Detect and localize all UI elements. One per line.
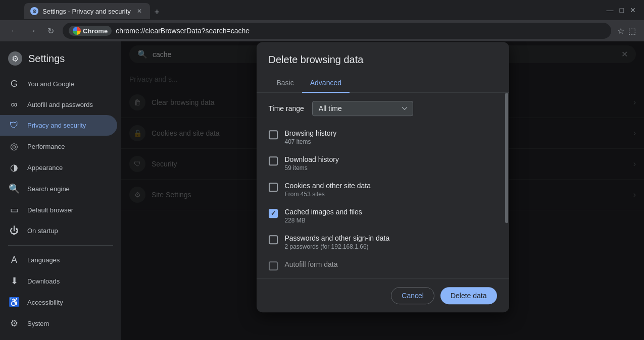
- close-button[interactable]: ✕: [630, 6, 636, 14]
- checkbox-wrapper-cookies[interactable]: [269, 183, 278, 192]
- sidebar-item-you-and-google[interactable]: G You and Google: [0, 74, 117, 94]
- reload-button[interactable]: ↻: [44, 26, 57, 36]
- sidebar-label-performance: Performance: [27, 143, 65, 150]
- settings-gear-icon: ⚙: [8, 51, 22, 66]
- address-bar-icons: ☆ ⬚: [617, 26, 636, 36]
- sidebar-label-search-engine: Search engine: [27, 185, 70, 193]
- checkbox-wrapper-autofill-form[interactable]: [269, 261, 278, 270]
- window-controls: — □ ✕: [607, 6, 640, 14]
- accessibility-icon: ♿: [8, 297, 20, 308]
- privacy-shield-icon: 🛡: [8, 120, 20, 131]
- content-area: 🔍 cache ✕ Privacy and s... 🗑 Clear brows…: [121, 41, 644, 340]
- time-range-select-wrapper[interactable]: Last hour Last 24 hours Last 7 days Last…: [312, 101, 413, 116]
- checkbox-autofill-form[interactable]: [269, 261, 278, 270]
- checkbox-item-browsing-history[interactable]: Browsing history 407 items: [269, 124, 497, 150]
- sidebar-item-privacy[interactable]: 🛡 Privacy and security: [0, 115, 117, 136]
- checkbox-item-cached-images[interactable]: Cached images and files 228 MB: [269, 203, 497, 229]
- url-text: chrome://clearBrowserData?search=cache: [116, 27, 250, 35]
- checkbox-download-history[interactable]: [269, 156, 278, 165]
- tab-close-button[interactable]: ✕: [135, 7, 144, 16]
- on-startup-icon: ⏻: [8, 225, 20, 236]
- sidebar-item-languages[interactable]: A Languages: [0, 250, 117, 270]
- checkbox-content-download-history: Download history 59 items: [285, 155, 497, 172]
- url-scheme: chrome://: [116, 27, 145, 35]
- checkbox-content-passwords: Passwords and other sign-in data 2 passw…: [285, 234, 497, 250]
- checkbox-wrapper-passwords[interactable]: [269, 235, 278, 244]
- bookmark-icon[interactable]: ☆: [617, 26, 624, 36]
- checkbox-item-passwords[interactable]: Passwords and other sign-in data 2 passw…: [269, 229, 497, 255]
- checkbox-item-download-history[interactable]: Download history 59 items: [269, 150, 497, 177]
- sidebar-item-accessibility[interactable]: ♿ Accessibility: [0, 292, 117, 313]
- main-layout: ⚙ Settings G You and Google ∞ Autofill a…: [0, 41, 644, 340]
- downloads-icon: ⬇: [8, 275, 20, 287]
- checkbox-wrapper-cached-images[interactable]: [269, 209, 278, 218]
- time-range-row: Time range Last hour Last 24 hours Last …: [269, 101, 497, 116]
- sidebar-item-appearance[interactable]: ◑ Appearance: [0, 157, 117, 178]
- dialog-body: Time range Last hour Last 24 hours Last …: [257, 93, 509, 278]
- dialog-scrollbar[interactable]: [505, 93, 508, 223]
- cached-images-label: Cached images and files: [285, 208, 497, 216]
- sidebar-item-downloads[interactable]: ⬇ Downloads: [0, 270, 117, 292]
- sidebar-item-system[interactable]: ⚙ System: [0, 313, 117, 334]
- sidebar-item-search-engine[interactable]: 🔍 Search engine: [0, 178, 117, 199]
- back-button[interactable]: ←: [8, 26, 20, 35]
- system-icon: ⚙: [8, 318, 20, 329]
- checkbox-item-cookies[interactable]: Cookies and other site data From 453 sit…: [269, 177, 497, 203]
- minimize-button[interactable]: —: [607, 6, 614, 14]
- checkbox-wrapper-download-history[interactable]: [269, 156, 278, 165]
- checkbox-content-cached-images: Cached images and files 228 MB: [285, 208, 497, 224]
- cancel-button[interactable]: Cancel: [391, 287, 434, 304]
- dialog-header: Delete browsing data: [257, 42, 509, 74]
- sidebar-item-on-startup[interactable]: ⏻ On startup: [0, 220, 117, 241]
- checkbox-cookies[interactable]: [269, 183, 278, 192]
- chrome-logo-icon: [73, 27, 81, 35]
- time-range-select[interactable]: Last hour Last 24 hours Last 7 days Last…: [312, 101, 413, 116]
- extension-icon[interactable]: ⬚: [628, 26, 636, 36]
- search-engine-icon: 🔍: [8, 183, 20, 194]
- checkbox-wrapper-browsing-history[interactable]: [269, 130, 278, 139]
- browsing-history-count: 407 items: [285, 138, 497, 145]
- delete-data-button[interactable]: Delete data: [440, 287, 497, 304]
- sidebar-label-downloads: Downloads: [27, 277, 60, 285]
- delete-browsing-data-dialog: Delete browsing data Basic Advanced Time…: [257, 42, 509, 312]
- tab-advanced[interactable]: Advanced: [302, 74, 350, 93]
- sidebar-label-appearance: Appearance: [27, 164, 63, 172]
- tab-basic[interactable]: Basic: [269, 74, 302, 93]
- checkbox-item-autofill-form[interactable]: Autofill form data: [269, 255, 497, 270]
- languages-icon: A: [8, 255, 20, 265]
- checkbox-content-autofill-form: Autofill form data: [285, 260, 497, 268]
- new-tab-button[interactable]: +: [150, 5, 164, 19]
- address-bar: ← → ↻ Chrome chrome://clearBrowserData?s…: [0, 20, 644, 41]
- time-range-label: Time range: [269, 104, 304, 112]
- passwords-label: Passwords and other sign-in data: [285, 234, 497, 242]
- browsing-history-label: Browsing history: [285, 129, 497, 137]
- sidebar-label-languages: Languages: [27, 256, 60, 264]
- url-bar[interactable]: Chrome chrome://clearBrowserData?search=…: [63, 23, 611, 39]
- chrome-brand: Chrome: [69, 26, 112, 36]
- active-tab[interactable]: ⚙ Settings - Privacy and security ✕: [24, 3, 150, 19]
- settings-title: Settings: [28, 53, 65, 65]
- dialog-footer: Cancel Delete data: [257, 278, 509, 312]
- sidebar-item-reset[interactable]: ↺ Reset settings: [0, 334, 117, 340]
- tab-favicon-icon: ⚙: [30, 7, 38, 15]
- chrome-brand-label: Chrome: [83, 27, 108, 35]
- sidebar-label-default-browser: Default browser: [27, 206, 73, 214]
- appearance-icon: ◑: [8, 162, 20, 173]
- checkbox-cached-images[interactable]: [269, 209, 278, 218]
- sidebar-item-default-browser[interactable]: ▭ Default browser: [0, 199, 117, 220]
- maximize-button[interactable]: □: [620, 6, 624, 14]
- checkbox-passwords[interactable]: [269, 235, 278, 244]
- sidebar-item-autofill[interactable]: ∞ Autofill and passwords: [0, 94, 117, 115]
- forward-button[interactable]: →: [26, 26, 38, 35]
- sidebar-label-system: System: [27, 320, 49, 327]
- cached-images-size: 228 MB: [285, 217, 497, 224]
- download-history-label: Download history: [285, 155, 497, 163]
- dialog-tabs: Basic Advanced: [257, 74, 509, 93]
- tab-title: Settings - Privacy and security: [42, 8, 131, 15]
- cookies-label: Cookies and other site data: [285, 182, 497, 190]
- default-browser-icon: ▭: [8, 204, 20, 215]
- autofill-icon: ∞: [8, 99, 20, 110]
- checkbox-browsing-history[interactable]: [269, 130, 278, 139]
- sidebar-divider: [8, 245, 113, 246]
- sidebar-item-performance[interactable]: ◎ Performance: [0, 136, 117, 157]
